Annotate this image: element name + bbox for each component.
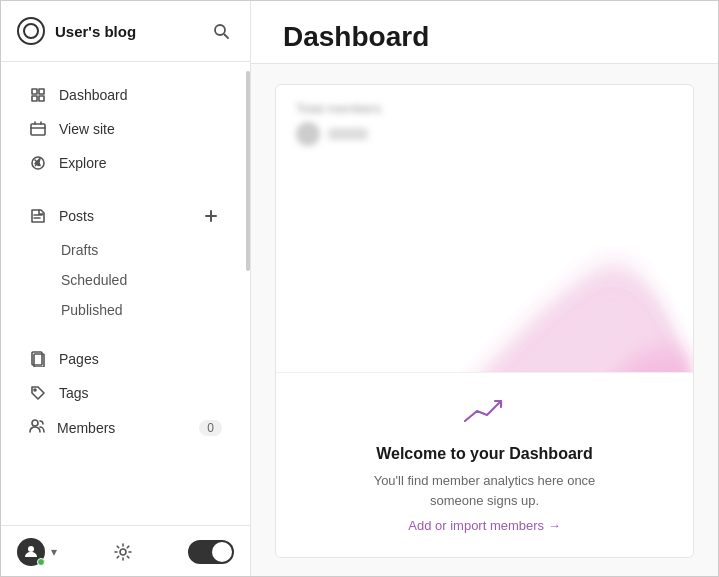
plus-icon bbox=[203, 208, 219, 224]
brand-logo-area[interactable]: User's blog bbox=[17, 17, 136, 45]
drafts-label: Drafts bbox=[61, 242, 98, 258]
main-header: Dashboard bbox=[251, 1, 718, 64]
sidebar-item-published[interactable]: Published bbox=[9, 295, 242, 325]
add-members-link[interactable]: Add or import members → bbox=[408, 518, 560, 533]
avatar-icon bbox=[24, 544, 38, 561]
theme-toggle[interactable] bbox=[188, 540, 234, 564]
sidebar-item-dashboard[interactable]: Dashboard bbox=[9, 78, 242, 112]
brand-name: User's blog bbox=[55, 23, 136, 40]
sidebar-footer: ▾ bbox=[1, 525, 250, 577]
members-icon bbox=[29, 418, 45, 437]
add-post-button[interactable] bbox=[200, 205, 222, 227]
sidebar-item-pages[interactable]: Pages bbox=[9, 342, 242, 376]
tags-icon bbox=[29, 384, 47, 402]
online-dot bbox=[37, 558, 45, 566]
sidebar-header: User's blog bbox=[1, 1, 250, 62]
view-site-icon bbox=[29, 120, 47, 138]
welcome-title: Welcome to your Dashboard bbox=[376, 445, 593, 463]
sidebar-item-explore[interactable]: Explore bbox=[9, 146, 242, 180]
posts-label: Posts bbox=[59, 208, 94, 224]
brand-logo-inner bbox=[23, 23, 39, 39]
dashboard-card: Total members bbox=[275, 84, 694, 558]
svg-point-9 bbox=[32, 420, 38, 426]
sidebar-item-explore-label: Explore bbox=[59, 155, 106, 171]
svg-point-11 bbox=[120, 549, 126, 555]
card-value-circle bbox=[296, 122, 320, 146]
svg-rect-2 bbox=[31, 124, 45, 135]
members-label: Members bbox=[57, 420, 115, 436]
toggle-knob bbox=[212, 542, 232, 562]
sidebar-item-view-site-label: View site bbox=[59, 121, 115, 137]
sidebar: User's blog Dashboard bbox=[1, 1, 251, 577]
scheduled-label: Scheduled bbox=[61, 272, 127, 288]
sidebar-item-drafts[interactable]: Drafts bbox=[9, 235, 242, 265]
sidebar-item-members[interactable]: Members 0 bbox=[9, 410, 242, 445]
sidebar-item-scheduled[interactable]: Scheduled bbox=[9, 265, 242, 295]
card-value-line bbox=[328, 128, 368, 140]
gear-icon bbox=[113, 542, 133, 562]
tags-label: Tags bbox=[59, 385, 89, 401]
pages-label: Pages bbox=[59, 351, 99, 367]
brand-logo bbox=[17, 17, 45, 45]
svg-point-10 bbox=[28, 546, 34, 552]
sidebar-item-dashboard-label: Dashboard bbox=[59, 87, 128, 103]
svg-point-0 bbox=[215, 25, 225, 35]
sidebar-item-posts[interactable]: Posts bbox=[9, 197, 242, 235]
chevron-down-icon: ▾ bbox=[51, 545, 57, 559]
trend-icon-area bbox=[461, 393, 509, 433]
members-badge: 0 bbox=[199, 420, 222, 436]
main-body: Total members bbox=[251, 64, 718, 577]
explore-icon bbox=[29, 154, 47, 172]
published-label: Published bbox=[61, 302, 123, 318]
page-title: Dashboard bbox=[283, 21, 686, 53]
pages-icon bbox=[29, 350, 47, 368]
settings-button[interactable] bbox=[113, 542, 133, 562]
sidebar-nav: Dashboard View site Explore bbox=[1, 62, 250, 525]
search-icon bbox=[212, 22, 230, 40]
welcome-overlay: Welcome to your Dashboard You'll find me… bbox=[276, 372, 693, 557]
trend-up-icon bbox=[461, 393, 509, 429]
sidebar-item-tags[interactable]: Tags bbox=[9, 376, 242, 410]
welcome-description: You'll find member analytics here once s… bbox=[355, 471, 615, 510]
card-value-row bbox=[296, 122, 673, 146]
avatar bbox=[17, 538, 45, 566]
card-stats-blurred: Total members bbox=[276, 85, 693, 154]
svg-point-8 bbox=[34, 389, 36, 391]
sidebar-item-view-site[interactable]: View site bbox=[9, 112, 242, 146]
user-avatar-area[interactable]: ▾ bbox=[17, 538, 57, 566]
posts-icon bbox=[29, 207, 47, 225]
dashboard-icon bbox=[29, 86, 47, 104]
card-label: Total members bbox=[296, 101, 673, 116]
sidebar-scrollbar[interactable] bbox=[246, 71, 250, 271]
svg-line-1 bbox=[225, 35, 229, 39]
search-button[interactable] bbox=[208, 18, 234, 44]
main-content: Dashboard Total members bbox=[251, 1, 718, 577]
